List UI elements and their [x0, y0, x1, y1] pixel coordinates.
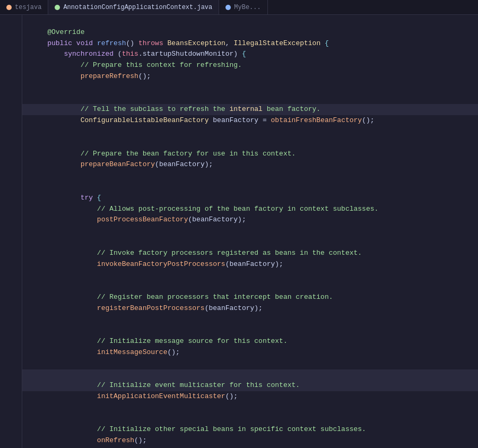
tab-label-tesjava: tesjava — [15, 4, 41, 11]
code-line-blank2 — [22, 82, 478, 93]
code-line-blank15-hl — [22, 369, 478, 381]
ln-15 — [4, 169, 15, 179]
ln-4 — [4, 57, 15, 67]
ln-12 — [4, 138, 15, 148]
code-line-blank3 — [22, 93, 478, 105]
ln-39 — [4, 413, 15, 423]
ln-6 — [4, 77, 15, 87]
ln-32 — [4, 342, 15, 352]
code-line-blank16 — [22, 402, 478, 413]
ln-38 — [4, 403, 15, 413]
tab-label-mybe: MyBe... — [234, 4, 260, 11]
code-line-comment6: // Register bean processors that interce… — [22, 292, 478, 303]
code-line-comment1: // Prepare this context for refreshing. — [22, 60, 478, 71]
ln-9 — [4, 108, 15, 118]
ln-36 — [4, 383, 15, 393]
code-line-beandecl: ConfigurableListableBeanFactory beanFact… — [22, 115, 478, 126]
code-line-register: registerBeanPostProcessors(beanFactory); — [22, 303, 478, 314]
code-line-comment5: // Invoke factory processors registered … — [22, 248, 478, 259]
line-numbers — [0, 15, 22, 448]
code-area: @Override public void refresh() throws B… — [0, 15, 478, 448]
code-line-sync: synchronized (this.startupShutdownMonito… — [22, 49, 478, 60]
code-line-comment7: // Initialize message source for this co… — [22, 336, 478, 347]
ln-26 — [4, 281, 15, 291]
ln-17 — [4, 189, 15, 199]
tab-tesjava[interactable]: tesjava — [0, 0, 48, 14]
ln-10 — [4, 118, 15, 128]
code-line-blank12 — [22, 314, 478, 325]
ln-2 — [4, 36, 15, 46]
ln-25 — [4, 271, 15, 281]
ln-13 — [4, 148, 15, 158]
code-line-comment2: // Tell the subclass to refresh the inte… — [22, 104, 478, 115]
code-line-blank5 — [22, 137, 478, 149]
ln-16 — [4, 179, 15, 189]
ln-28 — [4, 301, 15, 311]
code-line-try: try { — [22, 193, 478, 204]
code-line-blank9 — [22, 237, 478, 248]
code-line-invoke: invokeBeanFactoryPostProcessors(beanFact… — [22, 259, 478, 270]
tab-icon-mybe — [225, 5, 231, 10]
code-line-blank — [22, 16, 478, 27]
tab-label-annotationconfig: AnnotationConfigApplicationContext.java — [63, 4, 212, 11]
code-line-initmsg: initMessageSource(); — [22, 347, 478, 358]
code-line-initevent: initApplicationEventMulticaster(); — [22, 391, 478, 402]
ln-8 — [4, 98, 15, 108]
ln-31 — [4, 332, 15, 342]
code-line-comment8-hl: // Initialize event multicaster for this… — [22, 380, 478, 391]
ln-1 — [4, 26, 15, 36]
ln-21 — [4, 230, 15, 240]
ln-41 — [4, 434, 15, 444]
ln-blank — [4, 16, 15, 26]
code-line-blank8 — [22, 226, 478, 237]
code-line-method-sig: public void refresh() throws BeansExcept… — [22, 38, 478, 49]
tab-mybe[interactable]: MyBe... — [219, 0, 267, 14]
code-line-blank11 — [22, 281, 478, 292]
code-line-blank10 — [22, 270, 478, 281]
ln-37 — [4, 393, 15, 403]
code-line-blank7 — [22, 182, 478, 193]
ln-19 — [4, 210, 15, 220]
ln-5 — [4, 67, 15, 77]
code-line-comment4: // Allows post-processing of the bean fa… — [22, 204, 478, 215]
code-line-preparerefresh: prepareRefresh(); — [22, 71, 478, 82]
tab-annotationconfig[interactable]: AnnotationConfigApplicationContext.java — [48, 0, 219, 14]
ln-23 — [4, 250, 15, 260]
tab-icon-annotationconfig — [55, 5, 60, 10]
ln-24 — [4, 261, 15, 271]
ln-18 — [4, 199, 15, 209]
ln-29 — [4, 311, 15, 321]
ln-11 — [4, 128, 15, 138]
code-line-blank13 — [22, 325, 478, 336]
code-line-blank4 — [22, 126, 478, 137]
code-line-blank17 — [22, 413, 478, 425]
ln-14 — [4, 159, 15, 169]
ln-34 — [4, 362, 15, 372]
tab-icon-tesjava — [6, 5, 12, 10]
ln-7 — [4, 87, 15, 97]
tab-bar: tesjava AnnotationConfigApplicationConte… — [0, 0, 478, 15]
code-line-onrefresh: onRefresh(); — [22, 435, 478, 446]
code-line-comment3: // Prepare the bean factory for use in t… — [22, 149, 478, 160]
ln-22 — [4, 240, 15, 250]
code-content[interactable]: @Override public void refresh() throws B… — [22, 15, 478, 448]
ln-33 — [4, 352, 15, 362]
ln-42 — [4, 444, 15, 448]
ln-40 — [4, 424, 15, 434]
code-line-blank6 — [22, 170, 478, 182]
ln-30 — [4, 322, 15, 332]
ln-35 — [4, 373, 15, 383]
code-line-blank14 — [22, 358, 478, 369]
code-line-comment9: // Initialize other special beans in spe… — [22, 424, 478, 435]
ln-20 — [4, 220, 15, 230]
ln-27 — [4, 291, 15, 301]
code-line-preparebeandactory: prepareBeanFactory(beanFactory); — [22, 159, 478, 170]
ln-3 — [4, 47, 15, 57]
code-line-postprocess: postProcessBeanFactory(beanFactory); — [22, 214, 478, 226]
code-line-override: @Override — [22, 27, 478, 38]
